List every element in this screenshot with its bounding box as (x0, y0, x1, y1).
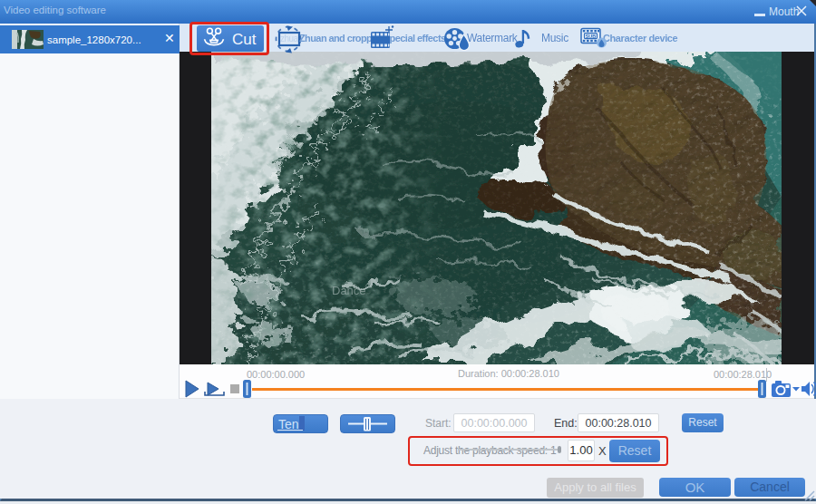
svg-text:Dance: Dance (332, 284, 366, 297)
svg-text:SUB: SUB (586, 34, 597, 39)
